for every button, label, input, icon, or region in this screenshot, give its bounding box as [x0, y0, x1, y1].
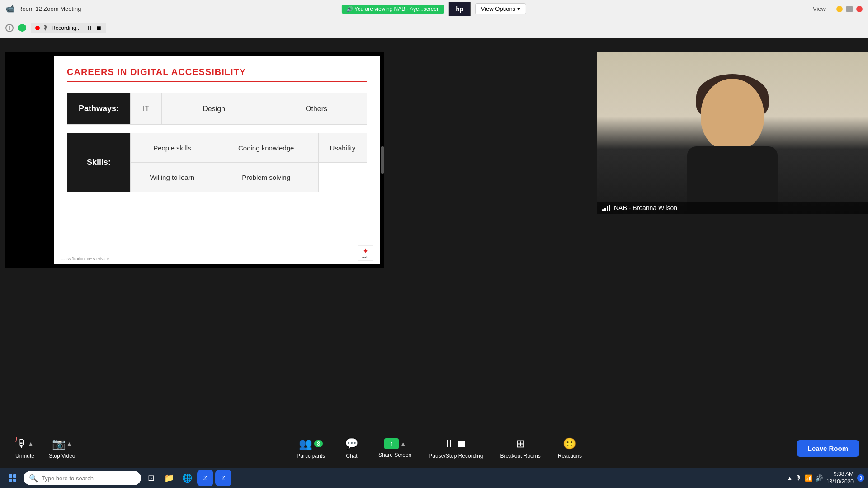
chevron-down-icon: ▾ [517, 5, 520, 12]
microphone-muted-icon: 🎙 [16, 437, 27, 450]
chat-button[interactable]: 💬 Chat [336, 434, 368, 463]
pause-icon: ⏸ [444, 437, 455, 450]
mute-slash-icon: / [15, 436, 17, 444]
taskbar-search[interactable]: 🔍 [24, 471, 141, 485]
skill-willing-to-learn: Willing to learn [131, 163, 214, 192]
chat-icon: 💬 [345, 437, 359, 450]
slide-area: Careers in Digital Accessibility Pathway… [5, 52, 384, 268]
file-explorer-button[interactable]: 📁 [161, 470, 177, 486]
minimize-button[interactable] [836, 6, 843, 12]
skills-table: Skills: People skills Coding knowledge U… [67, 133, 367, 192]
share-screen-icon: ↑ [384, 438, 399, 449]
title-bar-left: 📹 Room 12 Zoom Meeting [5, 5, 81, 13]
zoom-icon: 📹 [5, 5, 14, 13]
system-tray-expand-icon[interactable]: ▲ [787, 474, 793, 482]
share-screen-icon-wrapper: ↑ ▲ [384, 438, 406, 449]
pathway-design: Design [162, 93, 266, 125]
skill-usability: Usability [318, 133, 367, 163]
breakout-rooms-button[interactable]: ⊞ Breakout Rooms [494, 434, 547, 463]
clock-date: 13/10/2020 [826, 478, 854, 486]
slide-footer: Classification: NAB Private [61, 257, 109, 261]
reactions-icon: 🙂 [563, 437, 576, 450]
start-button[interactable] [4, 469, 22, 487]
pause-stop-recording-button[interactable]: ⏸ ⏹ Pause/Stop Recording [422, 434, 489, 463]
info-icon[interactable]: i [5, 24, 14, 32]
share-chevron-icon[interactable]: ▲ [401, 441, 406, 447]
title-bar-right: View [813, 5, 863, 12]
stop-recording-icon[interactable]: ⏹ [95, 24, 102, 32]
signal-bars-icon [602, 205, 610, 211]
person-head [701, 79, 764, 151]
windows-logo-icon [9, 474, 16, 482]
volume-taskbar-icon: 🔊 [815, 474, 823, 482]
maximize-button[interactable] [846, 6, 853, 12]
stop-video-button[interactable]: 📷 ▲ Stop Video [42, 434, 82, 463]
stop-icon: ⏹ [457, 437, 467, 450]
title-bar-center: 🔊 You are viewing NAB - Aye...screen hp … [342, 2, 526, 16]
clock: 9:38 AM 13/10/2020 [826, 470, 854, 486]
pathway-it: IT [131, 93, 162, 125]
view-label: View [813, 5, 826, 12]
secondary-toolbar: i 🎙 Recording... ⏸ ⏹ [0, 18, 868, 38]
pathway-others: Others [266, 93, 367, 125]
task-view-button[interactable]: ⊡ [143, 470, 159, 486]
skill-problem-solving: Problem solving [214, 163, 318, 192]
toolbar-center-group: 👥 8 Participants 💬 Chat ↑ ▲ Share Screen… [290, 434, 588, 463]
close-button[interactable] [856, 6, 863, 12]
zoom-taskbar-icon-2[interactable]: Z [215, 470, 231, 486]
mic-muted-icon: 🎙 [42, 24, 49, 32]
pause-recording-icon[interactable]: ⏸ [86, 24, 93, 32]
nab-star-icon: ✦ [363, 247, 368, 255]
taskbar: 🔍 ⊡ 📁 🌐 Z Z ▲ 🎙 📶 🔊 9:38 AM 13/10/2020 3 [0, 468, 868, 488]
clock-time: 9:38 AM [826, 470, 854, 478]
participant-count-badge: 8 [314, 440, 323, 447]
upload-arrow-icon: ↑ [390, 440, 393, 448]
pathways-label: Pathways: [67, 93, 131, 125]
recording-badge: 🎙 Recording... ⏸ ⏹ [31, 23, 106, 33]
participant-name: NAB - Breanna Wilson [614, 204, 677, 211]
search-input[interactable] [42, 475, 136, 482]
security-shield-icon [18, 24, 26, 32]
slide-frame: Careers in Digital Accessibility Pathway… [54, 56, 380, 264]
resize-handle[interactable] [381, 146, 384, 174]
participants-button[interactable]: 👥 8 Participants [290, 434, 331, 463]
leave-room-button[interactable]: Leave Room [797, 440, 859, 457]
search-icon: 🔍 [29, 474, 38, 483]
skill-empty [318, 163, 367, 192]
skills-label: Skills: [67, 133, 131, 192]
slide-title: Careers in Digital Accessibility [67, 67, 367, 82]
zoom-taskbar-icon-1[interactable]: Z [197, 470, 213, 486]
video-area: NAB - Breanna Wilson [597, 52, 868, 214]
taskbar-right: ▲ 🎙 📶 🔊 9:38 AM 13/10/2020 3 [787, 470, 864, 486]
window-title: Room 12 Zoom Meeting [18, 5, 81, 12]
video-frame [597, 52, 868, 214]
share-screen-button[interactable]: ↑ ▲ Share Screen [372, 435, 418, 462]
skill-coding-knowledge: Coding knowledge [214, 133, 318, 163]
main-area: Careers in Digital Accessibility Pathway… [0, 38, 868, 314]
viewing-banner: 🔊 You are viewing NAB - Aye...screen [342, 5, 444, 14]
view-options-button[interactable]: View Options ▾ [475, 3, 526, 14]
participants-icon: 👥 [299, 437, 312, 450]
mic-taskbar-icon: 🎙 [796, 474, 802, 482]
leave-room-group: Leave Room [797, 440, 859, 457]
breakout-rooms-icon: ⊞ [516, 437, 525, 450]
notification-badge[interactable]: 3 [857, 474, 864, 482]
unmute-button[interactable]: 🎙 / ▲ Unmute [9, 434, 41, 463]
system-tray-icons: ▲ 🎙 📶 🔊 [787, 474, 823, 482]
video-name-bar: NAB - Breanna Wilson [597, 202, 868, 214]
unmute-chevron-icon[interactable]: ▲ [28, 441, 33, 447]
skill-people-skills: People skills [131, 133, 214, 163]
pathways-table: Pathways: IT Design Others [67, 93, 367, 125]
hp-logo: hp [449, 2, 471, 16]
title-bar: 📹 Room 12 Zoom Meeting 🔊 You are viewing… [0, 0, 868, 18]
video-camera-icon: 📷 [52, 437, 66, 450]
network-taskbar-icon: 📶 [805, 474, 812, 482]
toolbar-left-group: 🎙 / ▲ Unmute 📷 ▲ Stop Video [9, 434, 82, 463]
recording-dot-icon [35, 26, 40, 30]
nab-logo: ✦ nab [357, 245, 373, 261]
chrome-button[interactable]: 🌐 [179, 470, 195, 486]
video-chevron-icon[interactable]: ▲ [66, 441, 72, 447]
bottom-toolbar: 🎙 / ▲ Unmute 📷 ▲ Stop Video 👥 8 Particip… [0, 428, 868, 468]
reactions-button[interactable]: 🙂 Reactions [552, 434, 588, 463]
